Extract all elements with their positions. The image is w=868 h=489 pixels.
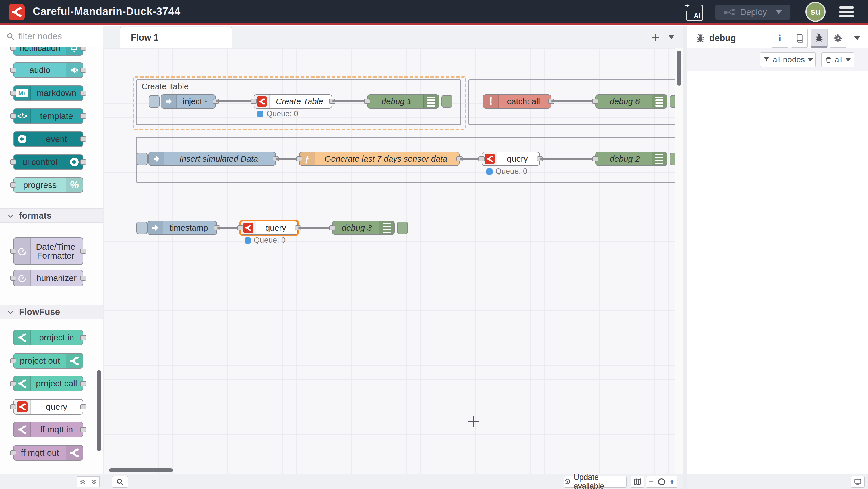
sidebar-tabs-caret-icon[interactable]: [854, 36, 860, 40]
port[interactable]: [80, 335, 86, 340]
main-menu-button[interactable]: [839, 6, 854, 17]
flow-canvas[interactable]: Create Table inject ¹ Create Table Queue…: [103, 48, 675, 474]
wire[interactable]: [332, 100, 367, 102]
port[interactable]: [251, 99, 257, 104]
palette-collapse-all-button[interactable]: [77, 477, 88, 487]
port[interactable]: [478, 156, 485, 162]
debug-toggle-button[interactable]: [670, 152, 675, 165]
wire[interactable]: [551, 100, 595, 102]
node-debug-1[interactable]: debug 1: [367, 94, 439, 109]
palette-node-progress[interactable]: progress %: [13, 177, 83, 193]
palette-scrollbar[interactable]: [97, 370, 101, 451]
port[interactable]: [80, 160, 86, 165]
debug-toggle-button[interactable]: [441, 95, 453, 108]
tab-flow-1[interactable]: Flow 1: [120, 27, 232, 48]
port[interactable]: [10, 47, 17, 51]
sidebar-tab-debug[interactable]: debug: [689, 28, 765, 48]
port[interactable]: [80, 404, 86, 409]
port[interactable]: [10, 160, 17, 165]
node-create-table[interactable]: Create Table: [254, 94, 332, 109]
palette-node-event[interactable]: event: [13, 131, 83, 147]
port[interactable]: [10, 450, 17, 455]
sidebar-config-button[interactable]: [830, 29, 846, 48]
port[interactable]: [592, 156, 598, 162]
add-flow-button[interactable]: +: [648, 29, 663, 46]
port[interactable]: [80, 114, 86, 119]
deploy-caret-icon[interactable]: [776, 10, 782, 14]
palette-node-ui-control[interactable]: ui control: [13, 154, 83, 170]
sidebar-resize-handle[interactable]: [683, 26, 687, 489]
palette-category-formats[interactable]: formats: [0, 208, 103, 223]
zoom-out-button[interactable]: −: [646, 476, 656, 488]
update-available-button[interactable]: Update available: [564, 476, 627, 488]
port[interactable]: [10, 381, 17, 386]
port[interactable]: [10, 358, 17, 364]
palette-node-notification[interactable]: notification: [13, 47, 83, 56]
port[interactable]: [329, 225, 335, 230]
canvas-search-button[interactable]: [112, 476, 128, 488]
sidebar-info-button[interactable]: i: [772, 29, 788, 48]
port[interactable]: [80, 90, 86, 96]
deploy-button[interactable]: Deploy: [715, 5, 790, 20]
node-debug-3[interactable]: debug 3: [332, 221, 395, 235]
port[interactable]: [10, 90, 17, 96]
port[interactable]: [10, 404, 17, 409]
port[interactable]: [10, 182, 17, 188]
inject-button[interactable]: [149, 95, 160, 108]
debug-filter-button[interactable]: all nodes: [760, 52, 816, 67]
palette-node-project-out[interactable]: project out: [13, 353, 83, 369]
palette-node-query[interactable]: query: [13, 399, 83, 414]
port[interactable]: [10, 114, 17, 119]
port[interactable]: [80, 381, 86, 386]
node-debug-2[interactable]: debug 2: [595, 152, 668, 166]
flow-list-caret-icon[interactable]: [668, 35, 675, 39]
port[interactable]: [10, 249, 17, 254]
palette-node-ff-mqtt-out[interactable]: ff mqtt out: [13, 445, 83, 461]
sidebar-debug-button[interactable]: [811, 29, 828, 48]
palette[interactable]: notification audio markdown M↓ template …: [0, 47, 103, 474]
palette-category-flowfuse[interactable]: FlowFuse: [0, 305, 103, 319]
debug-toggle-button[interactable]: [397, 222, 408, 234]
palette-node-project-in[interactable]: project in: [13, 330, 83, 345]
node-query-2[interactable]: query: [482, 152, 540, 166]
node-insert-simulated-data[interactable]: Insert simulated Data: [148, 152, 276, 166]
node-generate-sensor-data[interactable]: ƒ Generate last 7 days sensor data: [299, 152, 460, 166]
palette-node-audio[interactable]: audio: [13, 62, 83, 78]
zoom-in-button[interactable]: +: [667, 476, 677, 488]
sidebar-help-button[interactable]: [791, 29, 808, 48]
node-inject-1[interactable]: inject ¹: [161, 94, 216, 109]
node-catch-all[interactable]: ! catch: all: [483, 94, 551, 109]
palette-search[interactable]: filter nodes: [0, 26, 103, 47]
port[interactable]: [10, 276, 17, 281]
port[interactable]: [80, 67, 86, 73]
zoom-reset-button[interactable]: [656, 476, 667, 488]
palette-node-humanizer[interactable]: humanizer: [13, 270, 83, 286]
inject-button[interactable]: [136, 222, 147, 234]
port[interactable]: [80, 276, 86, 281]
canvas-vertical-scrollbar-track[interactable]: [675, 48, 683, 474]
port[interactable]: [80, 137, 86, 142]
node-query-3-selected[interactable]: query: [240, 221, 298, 235]
node-debug-6[interactable]: debug 6: [595, 94, 668, 109]
wire[interactable]: [540, 158, 595, 160]
wire[interactable]: [217, 227, 240, 229]
debug-toggle-button[interactable]: [670, 95, 675, 108]
canvas-vertical-scrollbar[interactable]: [677, 51, 681, 86]
port[interactable]: [592, 99, 598, 104]
node-timestamp[interactable]: timestamp: [147, 221, 217, 235]
palette-node-ff-mqtt-in[interactable]: ff mqtt in: [13, 422, 83, 437]
inject-button[interactable]: [136, 152, 148, 165]
user-avatar[interactable]: su: [805, 2, 826, 22]
port[interactable]: [80, 427, 86, 432]
port[interactable]: [364, 99, 370, 104]
palette-node-template[interactable]: template </>: [13, 108, 83, 124]
open-debug-window-button[interactable]: [851, 476, 865, 488]
port[interactable]: [10, 67, 17, 73]
port[interactable]: [237, 225, 243, 230]
wire[interactable]: [216, 100, 254, 102]
navigator-button[interactable]: [631, 476, 644, 488]
palette-node-project-call[interactable]: project call: [13, 376, 83, 391]
palette-node-markdown[interactable]: markdown M↓: [13, 85, 83, 101]
port[interactable]: [80, 47, 86, 51]
debug-messages-panel[interactable]: [687, 71, 868, 474]
